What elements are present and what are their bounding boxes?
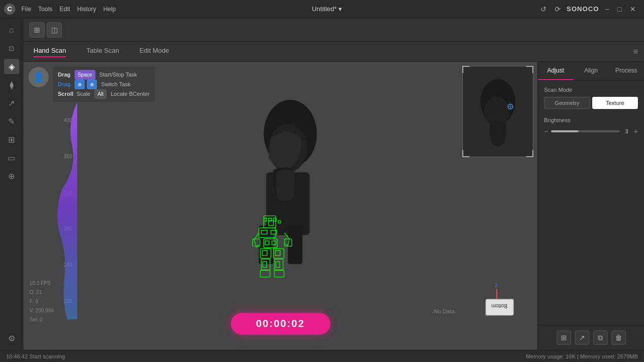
window-title: Untitled* ▾ (120, 5, 534, 13)
statusbar: 10:46:42 Start scanning Memory usage: 16… (0, 350, 644, 362)
menu-tools[interactable]: Tools (38, 6, 52, 13)
brightness-slider[interactable] (551, 130, 620, 132)
help-avatar: 👤 (28, 67, 49, 87)
mode-btn-geometry[interactable]: Geometry (544, 97, 590, 109)
tab-hand-scan[interactable]: Hand Scan (33, 47, 66, 56)
statusbar-left: 10:46:42 Start scanning (6, 353, 65, 359)
tabs-bar: Hand Scan Table Scan Edit Mode ≡ (23, 42, 644, 62)
svg-rect-22 (274, 270, 284, 277)
refresh-icon[interactable]: ↺ (538, 4, 549, 14)
menu-help[interactable]: Help (103, 6, 116, 13)
right-panel-content: Scan Mode Geometry Texture Brightness − … (538, 81, 644, 325)
rpanel-tab-align[interactable]: Align (573, 62, 609, 80)
help-overlay: 👤 Drag Space Start/Stop Task Drag ⊕⊕ Swi… (28, 67, 155, 102)
svg-rect-16 (275, 250, 280, 256)
mode-buttons: Geometry Texture (544, 97, 638, 109)
mode-btn-texture[interactable]: Texture (592, 97, 638, 109)
f-stat: F: 0 (29, 297, 54, 306)
sidebar-edit-icon[interactable]: ✎ (4, 114, 19, 129)
o-stat: O: 21 (29, 288, 54, 297)
slider-minus-icon[interactable]: − (544, 127, 548, 135)
reload-icon[interactable]: ⟳ (553, 4, 563, 14)
scan-mode-label: Scan Mode (544, 87, 638, 93)
rpanel-btn-resize[interactable]: ⊞ (557, 331, 571, 345)
sidebar-scan-icon[interactable]: ⊡ (4, 41, 19, 56)
rpanel-btn-export[interactable]: ↗ (575, 331, 589, 345)
viewport[interactable]: 👤 Drag Space Start/Stop Task Drag ⊕⊕ Swi… (23, 62, 537, 350)
timer-button[interactable]: 00:00:02 (230, 313, 330, 335)
close-button[interactable]: ✕ (628, 5, 638, 13)
v-stat: V: 200.984 (29, 306, 54, 315)
brightness-label: Brightness (544, 117, 638, 123)
menu-bar: File Tools Edit History Help (21, 6, 116, 13)
toolbar: ⊞ ◫ (23, 18, 644, 42)
brand-label: SONOCO (567, 5, 599, 13)
tab-edit-mode[interactable]: Edit Mode (140, 47, 170, 56)
brightness-value: 3 (623, 128, 631, 134)
statusbar-right: Memory usage: 16K | Memory used: 2679MB (526, 353, 638, 359)
svg-rect-4 (288, 225, 302, 264)
fps-stat: 10.3 FPS (29, 279, 54, 288)
main-layout: ⌂ ⊡ ◈ ⧫ ↗ ✎ ⊞ ▭ ⊕ ⚙ ⊞ ◫ Hand Scan Table … (0, 18, 644, 350)
right-panel-tabs: Adjust Align Process (538, 62, 644, 81)
scan-object-svg (210, 90, 352, 293)
sidebar-layers-icon[interactable]: ⧫ (4, 77, 19, 92)
rotate-key: Space (75, 70, 95, 80)
rpanel-btn-delete[interactable]: 🗑 (612, 331, 626, 345)
slider-plus-icon[interactable]: + (634, 127, 638, 135)
sidebar-cursor-icon[interactable]: ↗ (4, 95, 19, 111)
sidebar-settings-icon[interactable]: ⚙ (4, 331, 19, 346)
orientation-cube-svg: Y Z X Bottom (482, 274, 527, 319)
toolbar-btn-2[interactable]: ◫ (47, 22, 62, 38)
tab-table-scan[interactable]: Table Scan (86, 47, 119, 56)
rpanel-tab-adjust[interactable]: Adjust (538, 62, 573, 80)
content-area: ⊞ ◫ Hand Scan Table Scan Edit Mode ≡ 👤 (23, 18, 644, 350)
titlebar: C File Tools Edit History Help Untitled*… (0, 0, 644, 18)
histogram-svg (52, 102, 77, 319)
minimize-button[interactable]: − (603, 5, 611, 13)
title-controls: ↺ ⟳ SONOCO − □ ✕ (538, 4, 638, 14)
brightness-slider-row: − 3 + (544, 127, 638, 135)
sidebar-3d-icon[interactable]: ◈ (4, 59, 19, 74)
slider-fill (551, 130, 579, 132)
scan-object (210, 90, 352, 293)
sidebar-plus-icon[interactable]: ⊕ (4, 168, 19, 184)
sidebar-home-icon[interactable]: ⌂ (4, 22, 19, 38)
help-text: Drag Space Start/Stop Task Drag ⊕⊕ Switc… (53, 67, 155, 102)
tabs-menu-icon[interactable]: ≡ (633, 47, 638, 56)
rpanel-btn-copy[interactable]: ⧉ (593, 331, 607, 345)
menu-file[interactable]: File (21, 6, 31, 13)
left-sidebar: ⌂ ⊡ ◈ ⧫ ↗ ✎ ⊞ ▭ ⊕ ⚙ (0, 18, 23, 350)
svg-text:Bottom: Bottom (491, 303, 507, 309)
stats-panel: 10.3 FPS O: 21 F: 0 V: 200.984 Sel: 0 (29, 279, 54, 324)
viewport-wrapper: 👤 Drag Space Start/Stop Task Drag ⊕⊕ Swi… (23, 62, 644, 350)
mini-view-svg (463, 66, 533, 157)
menu-history[interactable]: History (77, 6, 96, 13)
sidebar-frame-icon[interactable]: ▭ (4, 150, 19, 165)
maximize-button[interactable]: □ (616, 5, 624, 13)
svg-text:Z: Z (495, 283, 498, 288)
orientation-cube[interactable]: Y Z X Bottom (482, 274, 522, 314)
mini-view (462, 66, 533, 157)
no-data-label: -No Data- (432, 308, 456, 314)
svg-rect-20 (276, 262, 280, 267)
rpanel-tab-process[interactable]: Process (608, 62, 644, 80)
right-panel-bottom: ⊞ ↗ ⧉ 🗑 (538, 325, 644, 350)
sidebar-grid-icon[interactable]: ⊞ (4, 132, 19, 147)
sel-stat: Sel: 0 (29, 315, 54, 324)
histogram (52, 102, 77, 319)
svg-rect-21 (260, 270, 270, 277)
app-logo: C (4, 4, 15, 15)
toolbar-btn-1[interactable]: ⊞ (29, 22, 45, 38)
menu-edit[interactable]: Edit (59, 6, 70, 13)
right-panel: Adjust Align Process Scan Mode Geometry … (537, 62, 644, 350)
